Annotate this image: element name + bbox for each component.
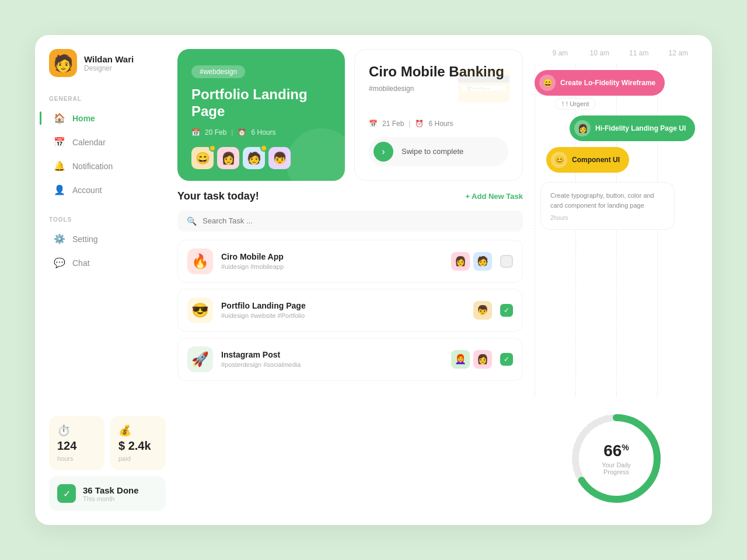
avatar-group-1: 😄 👩 🧑 👦 <box>191 147 331 169</box>
project-tag-1: #webdesign <box>191 65 245 78</box>
search-icon: 🔍 <box>187 216 197 226</box>
task-tags-1: #uidesign #mobileapp <box>221 263 443 270</box>
project-card-green: #webdesign Portfolio Landing Page 📅 20 F… <box>177 49 345 181</box>
sidebar-item-account[interactable]: 👤 Account <box>49 178 166 201</box>
sidebar-calendar-label: Calendar <box>72 138 106 147</box>
tl-event-label-2: Hi-Fidelity Landing Page UI <box>595 124 686 132</box>
stats-row: ⏱️ 124 hours 💰 $ 2.4k paid <box>49 416 166 470</box>
timeline-col-3: 11 am <box>619 49 659 57</box>
task-tags-3: #posterdesign #socialmedia <box>221 361 443 368</box>
tools-label: TOOLS <box>49 216 166 223</box>
timeline-col-2: 10 am <box>580 49 620 57</box>
sidebar-home-label: Home <box>72 114 95 123</box>
task-emoji-fire: 🔥 <box>187 249 213 274</box>
avatar: 🧑 <box>49 49 77 77</box>
tl-event-yellow: 😊 Component UI <box>546 147 629 173</box>
sidebar-item-home[interactable]: 🏠 Home <box>49 107 166 130</box>
sidebar-notification-label: Notification <box>72 162 113 171</box>
profile-area: 🧑 Wildan Wari Designer <box>49 49 166 77</box>
project-hours-1: 6 Hours <box>251 128 275 136</box>
tl-avatar-1: 😄 <box>539 75 556 91</box>
right-panel: 9 am 10 am 11 am 12 am 😄 Create Lo-Fidel… <box>535 49 698 511</box>
task-done-card: ✓ 36 Task Done This month <box>49 476 166 511</box>
add-task-button[interactable]: + Add New Task <box>465 192 523 201</box>
task-done-icon: ✓ <box>57 484 76 503</box>
sidebar-item-calendar[interactable]: 📅 Calendar <box>49 131 166 153</box>
project-date-1: 20 Feb <box>205 128 226 136</box>
task-done-info: 36 Task Done This month <box>83 485 139 502</box>
task-tags-2: #uidesign #website #Portfolio <box>221 312 465 319</box>
swipe-label: Swipe to complete <box>402 147 463 156</box>
task-checkbox-2[interactable]: ✓ <box>500 304 513 317</box>
profile-name: Wildan Wari <box>84 54 134 64</box>
task-info-1: Ciro Mobile App #uidesign #mobileapp <box>221 252 443 270</box>
search-input[interactable] <box>203 216 514 225</box>
clock-meta-icon: ⏰ <box>238 128 246 136</box>
project-date-2: 21 Feb <box>382 120 404 128</box>
component-card-time: 2hours <box>550 215 665 221</box>
task-name-1: Ciro Mobile App <box>221 252 443 261</box>
task-item: 🔥 Ciro Mobile App #uidesign #mobileapp 👩… <box>177 240 523 283</box>
timeline-area: 😄 Create Lo-Fidelity Wireframe ! ! Urgen… <box>535 64 698 397</box>
donut-label: 66% Your Daily Progress <box>590 442 643 475</box>
sidebar-item-chat[interactable]: 💬 Chat <box>49 251 166 274</box>
task-name-3: Instagram Post <box>221 350 443 359</box>
notification-icon: 🔔 <box>54 160 65 172</box>
swipe-button[interactable]: › Swipe to complete <box>369 137 508 166</box>
urgent-label: ! Urgent <box>566 100 589 107</box>
paid-label: paid <box>118 455 158 462</box>
avatar-chip-3: 🧑 <box>243 147 265 169</box>
tasks-section: Your task today! + Add New Task 🔍 🔥 Ciro… <box>177 190 523 511</box>
calendar-meta-icon-2: 📅 <box>369 120 378 128</box>
donut-subtitle: Your Daily Progress <box>590 461 643 475</box>
home-icon: 🏠 <box>54 113 65 124</box>
task-checkbox-1[interactable] <box>500 255 513 268</box>
hours-value: 124 <box>57 439 96 453</box>
profile-info: Wildan Wari Designer <box>84 54 134 72</box>
general-label: GENERAL <box>49 96 166 102</box>
sidebar-setting-label: Setting <box>72 235 98 244</box>
progress-section: 66% Your Daily Progress <box>535 406 698 511</box>
sidebar-item-setting[interactable]: ⚙️ Setting <box>49 228 166 250</box>
timeline-col-4: 12 am <box>659 49 699 57</box>
sidebar-item-notification[interactable]: 🔔 Notification <box>49 155 166 177</box>
task-avatar-3a: 👩‍🦰 <box>451 350 470 369</box>
project-bg-deco: 💳 <box>455 59 513 114</box>
project-hours-2: 6 Hours <box>428 120 453 128</box>
task-name-2: Portfilo Landing Page <box>221 301 465 310</box>
task-done-sublabel: This month <box>83 495 139 502</box>
avatar-chip-4: 👦 <box>268 147 291 169</box>
task-avatars-3: 👩‍🦰 👩 <box>451 350 492 369</box>
task-item: 😎 Portfilo Landing Page #uidesign #websi… <box>177 289 523 332</box>
project-title-1: Portfolio Landing Page <box>191 86 331 120</box>
sidebar: 🧑 Wildan Wari Designer GENERAL 🏠 Home 📅 … <box>49 49 166 511</box>
timeline-events: 😄 Create Lo-Fidelity Wireframe ! ! Urgen… <box>535 64 698 230</box>
timeline-event-wireframe: 😄 Create Lo-Fidelity Wireframe ! ! Urgen… <box>535 70 698 110</box>
donut-percent: 66% <box>590 442 643 460</box>
task-checkbox-3[interactable]: ✓ <box>500 353 513 366</box>
task-emoji-rocket: 🚀 <box>187 346 213 372</box>
clock-meta-icon-2: ⏰ <box>415 120 424 128</box>
swipe-arrow-icon: › <box>374 142 393 162</box>
sidebar-account-label: Account <box>72 186 102 195</box>
donut-container: 66% Your Daily Progress <box>564 406 669 511</box>
urgent-exclamation: ! <box>562 100 564 107</box>
profile-role: Designer <box>84 64 134 72</box>
top-cards: #webdesign Portfolio Landing Page 📅 20 F… <box>177 49 523 181</box>
task-avatar-3b: 👩 <box>473 350 492 369</box>
tl-event-green: 👩 Hi-Fidelity Landing Page UI <box>570 116 695 141</box>
task-avatars-2: 👦 <box>473 301 492 320</box>
component-card: Create typography, button, color and car… <box>540 182 675 230</box>
task-item: 🚀 Instagram Post #posterdesign #socialme… <box>177 338 523 381</box>
project-meta-1: 📅 20 Feb | ⏰ 6 Hours <box>191 128 331 136</box>
component-card-text: Create typography, button, color and car… <box>550 191 665 210</box>
account-icon: 👤 <box>54 184 65 195</box>
timeline-col-1: 9 am <box>540 49 580 57</box>
paid-value: $ 2.4k <box>118 439 158 453</box>
task-avatar-1a: 👩 <box>451 252 470 271</box>
donut-percent-suffix: % <box>622 443 629 452</box>
chat-icon: 💬 <box>54 257 65 268</box>
tl-event-label-3: Component UI <box>572 156 620 164</box>
tl-avatar-3: 😊 <box>551 152 567 168</box>
hours-icon: ⏱️ <box>57 424 96 437</box>
